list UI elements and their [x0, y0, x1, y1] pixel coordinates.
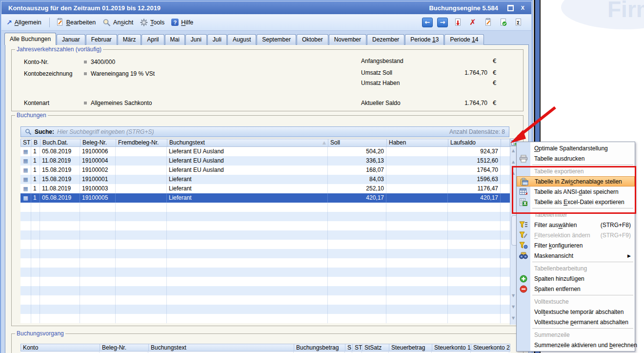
tab-juli[interactable]: Juli [207, 34, 227, 45]
menu-item-filter-konfigurieren[interactable]: Filter konfigurieren [517, 240, 635, 250]
tab-märz[interactable]: März [118, 34, 141, 45]
menu-item-volltextsuche-permanent-abschalten[interactable]: Volltextsuche permanent abschalten [517, 317, 635, 327]
menu-bar: ↗AllgemeinBearbeitenAnsichtTools?Hilfe←→… [1, 14, 531, 31]
posting-column-konto[interactable]: Konto [21, 344, 100, 352]
booking-row[interactable]: ▦111.08.201919100003Lieferant252,101176,… [20, 184, 510, 193]
summary-label: Anfangsbestand [361, 58, 403, 64]
summary-amount: 1.764,70 [429, 100, 487, 106]
buchungen-legend: Buchungen [15, 112, 48, 119]
summary-value: 3400/000 [91, 59, 115, 65]
tab-strip: Alle BuchungenJanuarFebruarMärzAprilMaiJ… [4, 33, 527, 45]
menu-item-maskenansicht[interactable]: Maskenansicht▶ [517, 250, 635, 261]
empty-row [20, 305, 510, 314]
menubar-item-ansicht[interactable]: Ansicht [102, 19, 133, 26]
menu-item-volltextsuche-temporär-abschalten[interactable]: Volltextsuche temporär abschalten [517, 307, 635, 317]
booking-row[interactable]: ▦115.08.201919100001Lieferant84,031596,6… [20, 175, 510, 184]
window-title: Kontoauszug für den Zeitraum 01.2019 bis… [8, 4, 161, 12]
nav-forward-button[interactable]: → [437, 18, 448, 27]
restore-button[interactable] [506, 4, 515, 12]
filter-select-icon [519, 220, 528, 229]
tab-periode-13[interactable]: Periode 13 [405, 34, 444, 45]
tools-icon [140, 19, 148, 26]
posting-column-buchungstext[interactable]: Buchungstext [149, 344, 294, 352]
posting-column-stsatz[interactable]: StSatz [362, 344, 389, 352]
buchungsvorgang-legend: Buchungsvorgang [15, 330, 65, 337]
tab-april[interactable]: April [141, 34, 164, 45]
record-type-icon: ▦ [23, 158, 28, 164]
record-type-icon: ▦ [23, 148, 28, 155]
tab-februar[interactable]: Februar [86, 34, 117, 45]
menubar-item-allgemein[interactable]: ↗Allgemein [6, 19, 41, 26]
column-header-st[interactable]: ST [21, 139, 32, 146]
posting-column-steuerkonto-2[interactable]: Steuerkonto 2 [471, 344, 510, 352]
tab-oktober[interactable]: Oktober [297, 34, 328, 45]
search-input[interactable]: Hier Suchbegriff eingeben (STRG+S) [57, 128, 154, 135]
nav-back-button[interactable]: ← [422, 18, 433, 27]
column-header-beleg-nr-[interactable]: Beleg-Nr. [80, 139, 116, 146]
empty-row [20, 314, 510, 323]
menu-item-spalten-entfernen[interactable]: Spalten entfernen [517, 284, 635, 294]
bullet-icon [84, 61, 87, 63]
column-header-buch-dat-[interactable]: Buch.Dat. [40, 139, 80, 146]
empty-row [20, 249, 510, 258]
booking-row[interactable]: ▦115.08.201919100002Lieferant EU Ausland… [20, 166, 510, 175]
tab-juni[interactable]: Juni [185, 34, 207, 45]
doc-sum-button[interactable]: Σ [513, 18, 523, 27]
posting-column-s[interactable]: S [345, 344, 353, 352]
doc-check-button[interactable] [498, 18, 508, 27]
svg-text:Σ: Σ [516, 21, 519, 25]
menu-item-summenzeile: Summenzeile [517, 330, 635, 340]
allgemein-icon: ↗ [6, 19, 12, 26]
menu-item-spalten-hinzufügen[interactable]: Spalten hinzufügen [517, 273, 635, 284]
empty-row [20, 277, 510, 286]
menu-separator [532, 262, 633, 262]
tab-september[interactable]: September [257, 34, 296, 45]
column-header-haben[interactable]: Haben [387, 139, 448, 146]
column-header-buchungstext[interactable]: Buchungstext▲ [167, 139, 328, 146]
menubar-item-bearbeiten[interactable]: Bearbeiten [56, 18, 96, 26]
tab-januar[interactable]: Januar [57, 34, 85, 45]
empty-row [20, 212, 510, 221]
column-header-soll[interactable]: Soll [328, 139, 387, 146]
search-bar[interactable]: Suche: Hier Suchbegriff eingeben (STRG+S… [20, 126, 509, 137]
summary-label: Kontobezeichnung [24, 70, 72, 77]
title-bar[interactable]: Kontoauszug für den Zeitraum 01.2019 bis… [1, 1, 531, 14]
posting-column-st[interactable]: ST [353, 344, 362, 352]
tab-november[interactable]: November [329, 34, 366, 45]
menu-item-filterselektion-ändern[interactable]: Filterselektion ändern(STRG+F9) [517, 230, 635, 240]
posting-column-buchungsbetrag[interactable]: Buchungsbetrag [294, 344, 345, 352]
close-button[interactable]: X [518, 4, 527, 12]
posting-column-steuerkonto-1[interactable]: Steuerkonto 1 [432, 344, 471, 352]
column-header-laufsaldo[interactable]: Laufsaldo [448, 139, 501, 146]
doc-export-button[interactable] [452, 18, 463, 27]
empty-row [20, 240, 510, 249]
tab-mai[interactable]: Mai [165, 34, 185, 45]
posting-column-beleg-nr-[interactable]: Beleg-Nr. [100, 344, 149, 352]
summary-label: Aktueller Saldo [361, 100, 401, 106]
menu-item-summenzeile-aktivieren-und-berechnen[interactable]: Summenzeile aktivieren und berechnen [517, 340, 635, 350]
menu-item-tabelle-ausdrucken[interactable]: Tabelle ausdrucken [517, 153, 635, 164]
tab-august[interactable]: August [227, 34, 256, 45]
doc-export-icon [454, 18, 462, 26]
column-header-fremdbeleg-nr-[interactable]: Fremdbeleg-Nr. [116, 139, 167, 146]
tab-dezember[interactable]: Dezember [367, 34, 404, 45]
booking-row[interactable]: ▦105.08.201919100005Lieferant420,17420,1… [20, 193, 510, 203]
column-header-b[interactable]: B [32, 139, 40, 146]
tab-alle-buchungen[interactable]: Alle Buchungen [4, 33, 56, 45]
edit-note-icon [484, 18, 492, 26]
booking-row[interactable]: ▦105.08.201919100006Lieferant EU Ausland… [20, 147, 510, 156]
menu-shortcut: (STRG+F8) [601, 222, 631, 228]
empty-row [20, 230, 510, 240]
posting-table-header: KontoBeleg-Nr.BuchungstextBuchungsbetrag… [20, 344, 510, 352]
hilfe-icon: ? [171, 19, 179, 26]
menu-item-filter-auswählen[interactable]: Filter auswählen(STRG+F8) [517, 220, 635, 230]
posting-column-steuerbetrag[interactable]: Steuerbetrag [389, 344, 432, 352]
sort-asc-icon: ▲ [322, 139, 326, 146]
booking-row[interactable]: ▦111.08.201919100004Lieferant EU Ausland… [20, 156, 510, 166]
kontoauszug-window: Kontoauszug für den Zeitraum 01.2019 bis… [0, 0, 533, 353]
tab-periode-14[interactable]: Periode 14 [444, 34, 483, 45]
delete-button[interactable]: ✗ [467, 18, 478, 27]
edit-note-button[interactable] [483, 18, 493, 27]
menubar-item-tools[interactable]: Tools [140, 19, 164, 26]
menubar-item-hilfe[interactable]: ?Hilfe [171, 19, 193, 26]
